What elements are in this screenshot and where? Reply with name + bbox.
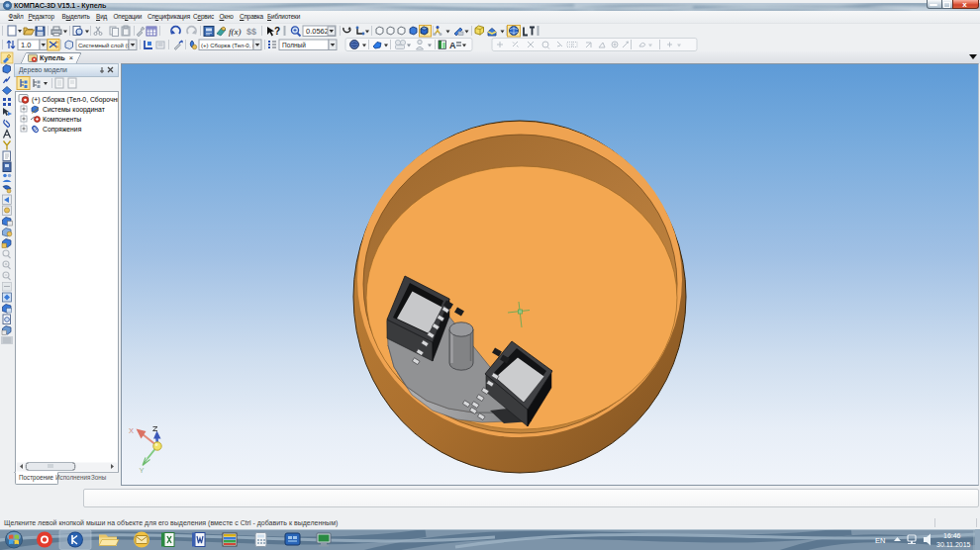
svg-text:1.0: 1.0 bbox=[21, 41, 31, 49]
svg-text:16:46: 16:46 bbox=[943, 532, 961, 539]
svg-text:$$: $$ bbox=[246, 27, 256, 37]
svg-text:0.0562: 0.0562 bbox=[306, 27, 329, 36]
svg-text:X: X bbox=[129, 426, 134, 435]
svg-text:А: А bbox=[449, 41, 456, 50]
svg-text:EN: EN bbox=[875, 536, 885, 545]
svg-text:(+) Сборка (Тел-0, (: (+) Сборка (Тел-0, ( bbox=[201, 43, 254, 48]
svg-text:Y: Y bbox=[140, 466, 145, 475]
svg-text:?: ? bbox=[274, 26, 280, 37]
svg-text:Полный: Полный bbox=[282, 42, 306, 48]
svg-text:Компоненты: Компоненты bbox=[43, 116, 81, 123]
svg-text:Сопряжения: Сопряжения bbox=[43, 126, 82, 134]
svg-text:f(x): f(x) bbox=[229, 27, 242, 37]
svg-text:(+) Сборка (Тел-0, Сборочнь: (+) Сборка (Тел-0, Сборочнь bbox=[32, 96, 118, 104]
svg-text:Системы координат: Системы координат bbox=[43, 106, 105, 114]
svg-text:30.11.2015: 30.11.2015 bbox=[936, 541, 971, 548]
svg-text:Системный слой (0): Системный слой (0) bbox=[78, 43, 133, 48]
